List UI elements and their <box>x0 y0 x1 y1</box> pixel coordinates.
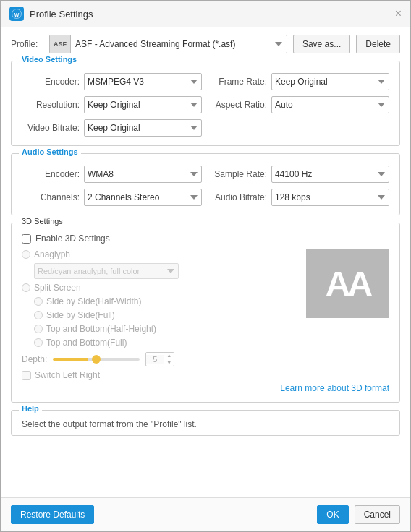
profile-row: Profile: ASF ASF - Advanced Streaming Fo… <box>11 35 400 53</box>
delete-button[interactable]: Delete <box>356 35 400 53</box>
aspect-ratio-row: Aspect Ratio: Auto <box>209 96 389 113</box>
video-encoder-label: Encoder: <box>22 77 80 87</box>
3d-settings-title: 3D Settings <box>19 217 66 226</box>
side-by-side-half-label: Side by Side(Half-Width) <box>46 296 141 306</box>
profile-icon: ASF <box>50 35 71 53</box>
top-bottom-half-radio[interactable] <box>34 325 43 333</box>
save-as-button[interactable]: Save as... <box>293 35 350 53</box>
audio-bitrate-label: Audio Bitrate: <box>209 192 267 202</box>
depth-down-arrow[interactable]: ▼ <box>164 359 174 366</box>
switch-lr-checkbox[interactable] <box>22 371 31 380</box>
preview-text: AA <box>326 264 370 304</box>
channels-row: Channels: 2 Channels Stereo <box>22 189 202 206</box>
help-text: Select the output format from the "Profi… <box>22 419 389 429</box>
3d-settings-section: 3D Settings Enable 3D Settings Anaglyph … <box>11 223 400 403</box>
top-bottom-half-row: Top and Bottom(Half-Height) <box>34 324 299 334</box>
top-bottom-full-radio[interactable] <box>34 338 43 347</box>
close-button[interactable]: × <box>395 8 402 20</box>
sample-rate-label: Sample Rate: <box>209 169 267 179</box>
split-screen-radio[interactable] <box>22 283 30 292</box>
switch-lr-label: Switch Left Right <box>35 370 100 380</box>
audio-encoder-row: Encoder: WMA8 <box>22 166 202 183</box>
aspect-ratio-dropdown[interactable]: Auto <box>271 96 389 113</box>
anaglyph-row: Anaglyph <box>22 249 299 259</box>
side-by-side-full-radio[interactable] <box>34 311 43 319</box>
video-form-grid: Encoder: MSMPEG4 V3 Frame Rate: Keep Ori… <box>22 73 389 137</box>
audio-encoder-dropdown[interactable]: WMA8 <box>84 166 202 183</box>
profile-label: Profile: <box>11 39 43 49</box>
switch-row: Switch Left Right <box>22 370 299 380</box>
depth-label: Depth: <box>22 354 47 364</box>
video-settings-section: Video Settings Encoder: MSMPEG4 V3 Frame… <box>11 61 400 146</box>
ok-button[interactable]: OK <box>317 505 348 524</box>
svg-text:W: W <box>14 12 20 17</box>
anaglyph-dropdown[interactable]: Red/cyan anaglyph, full color <box>34 263 179 279</box>
side-by-side-full-row: Side by Side(Full) <box>34 310 299 320</box>
audio-settings-section: Audio Settings Encoder: WMA8 Sample Rate… <box>11 153 400 215</box>
resolution-row: Resolution: Keep Original <box>22 96 202 113</box>
3d-body: Anaglyph Red/cyan anaglyph, full color S… <box>22 249 389 380</box>
side-by-side-full-label: Side by Side(Full) <box>46 310 115 320</box>
frame-rate-row: Frame Rate: Keep Original <box>209 73 389 90</box>
window-title: Profile Settings <box>30 9 93 20</box>
video-bitrate-row: Video Bitrate: Keep Original <box>22 119 202 137</box>
depth-slider[interactable] <box>53 358 140 361</box>
help-title: Help <box>19 404 42 413</box>
main-window: W Profile Settings × Profile: ASF ASF - … <box>0 0 411 532</box>
audio-bitrate-dropdown[interactable]: 128 kbps <box>271 189 389 206</box>
profile-dropdown[interactable]: ASF - Advanced Streaming Format (*.asf) <box>71 39 287 49</box>
sample-rate-dropdown[interactable]: 44100 Hz <box>271 166 389 183</box>
depth-input[interactable] <box>146 355 164 364</box>
frame-rate-label: Frame Rate: <box>209 77 267 87</box>
sample-rate-row: Sample Rate: 44100 Hz <box>209 166 389 183</box>
video-bitrate-dropdown[interactable]: Keep Original <box>84 119 202 137</box>
enable-3d-label: Enable 3D Settings <box>35 233 110 244</box>
video-bitrate-label: Video Bitrate: <box>22 123 80 133</box>
top-bottom-full-row: Top and Bottom(Full) <box>34 338 299 348</box>
depth-spinner: ▲ ▼ <box>145 352 174 366</box>
split-screen-row: Split Screen <box>22 283 299 293</box>
split-screen-sub: Side by Side(Half-Width) Side by Side(Fu… <box>34 296 299 348</box>
channels-dropdown[interactable]: 2 Channels Stereo <box>84 189 202 206</box>
frame-rate-dropdown[interactable]: Keep Original <box>271 73 389 90</box>
preview-box: AA <box>306 249 389 318</box>
side-by-side-half-radio[interactable] <box>34 297 43 306</box>
top-bottom-half-label: Top and Bottom(Half-Height) <box>46 324 156 334</box>
top-bottom-full-label: Top and Bottom(Full) <box>46 338 127 348</box>
video-settings-title: Video Settings <box>19 55 80 64</box>
learn-more-row: Learn more about 3D format <box>22 383 389 393</box>
video-encoder-dropdown[interactable]: MSMPEG4 V3 <box>84 73 202 90</box>
anaglyph-radio[interactable] <box>22 250 30 259</box>
enable-3d-row: Enable 3D Settings <box>22 233 389 244</box>
depth-up-arrow[interactable]: ▲ <box>164 352 174 359</box>
profile-select-wrap: ASF ASF - Advanced Streaming Format (*.a… <box>49 35 287 53</box>
3d-left-panel: Anaglyph Red/cyan anaglyph, full color S… <box>22 249 299 380</box>
audio-settings-title: Audio Settings <box>19 147 81 156</box>
help-section: Help Select the output format from the "… <box>11 410 400 436</box>
content-area: Profile: ASF ASF - Advanced Streaming Fo… <box>1 27 410 497</box>
side-by-side-half-row: Side by Side(Half-Width) <box>34 296 299 306</box>
channels-label: Channels: <box>22 192 80 202</box>
resolution-label: Resolution: <box>22 100 80 110</box>
title-bar: W Profile Settings × <box>1 1 410 27</box>
resolution-dropdown[interactable]: Keep Original <box>84 96 202 113</box>
audio-bitrate-row: Audio Bitrate: 128 kbps <box>209 189 389 206</box>
audio-form-grid: Encoder: WMA8 Sample Rate: 44100 Hz Chan… <box>22 166 389 206</box>
split-screen-label: Split Screen <box>34 283 81 293</box>
cancel-button[interactable]: Cancel <box>355 505 400 524</box>
video-encoder-row: Encoder: MSMPEG4 V3 <box>22 73 202 90</box>
app-icon: W <box>9 7 24 21</box>
footer: Restore Defaults OK Cancel <box>1 497 410 531</box>
audio-encoder-label: Encoder: <box>22 169 80 179</box>
enable-3d-checkbox[interactable] <box>22 234 31 244</box>
aspect-ratio-label: Aspect Ratio: <box>209 100 267 110</box>
anaglyph-label: Anaglyph <box>34 249 70 259</box>
learn-more-link[interactable]: Learn more about 3D format <box>280 383 389 393</box>
restore-defaults-button[interactable]: Restore Defaults <box>11 505 94 524</box>
depth-row: Depth: ▲ ▼ <box>22 352 299 366</box>
